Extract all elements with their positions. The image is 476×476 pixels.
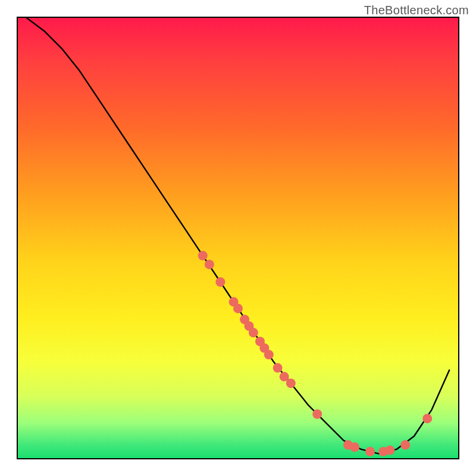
curve-layer [18,18,458,458]
curve-marker [280,372,289,381]
curve-marker [273,363,283,372]
curve-marker [286,378,296,388]
curve-marker [198,251,208,261]
curve-marker [259,343,269,353]
curve-marker [343,440,353,450]
watermark-text: TheBottleneck.com [364,4,469,17]
bottleneck-curve-path [27,18,449,454]
bottleneck-chart: TheBottleneck.com [0,0,476,476]
curve-marker [233,303,243,313]
curve-marker [245,321,254,331]
curve-marker [378,447,388,456]
curve-marker [385,446,394,455]
curve-marker [365,447,375,456]
curve-marker [240,315,249,324]
curve-marker [249,328,258,337]
curve-marker [422,414,432,423]
curve-marker [264,350,274,359]
curve-marker [312,409,322,419]
curve-marker [229,297,239,306]
plot-area [17,17,459,459]
curve-marker [205,259,214,269]
curve-marker [215,277,225,287]
curve-marker [350,443,359,452]
curve-marker [400,440,410,450]
curve-marker [255,337,265,346]
